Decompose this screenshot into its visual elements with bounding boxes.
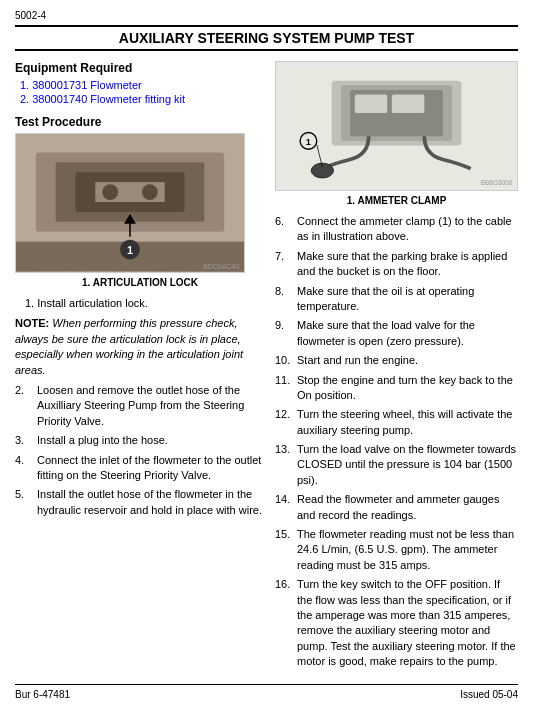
- footer: Bur 6-47481 Issued 05-04: [15, 684, 518, 700]
- step-8: 8. Make sure that the oil is at operatin…: [275, 284, 518, 315]
- page-title: AUXILIARY STEERING SYSTEM PUMP TEST: [15, 25, 518, 51]
- step-2: 2. Loosen and remove the outlet hose of …: [15, 383, 265, 429]
- artic-lock-label: 1. ARTICULATION LOCK: [15, 277, 265, 288]
- svg-rect-17: [355, 95, 387, 114]
- page-number: 5002-4: [15, 10, 518, 21]
- step-11: 11. Stop the engine and turn the key bac…: [275, 373, 518, 404]
- equipment-heading: Equipment Required: [15, 61, 265, 75]
- note-box: NOTE: When performing this pressure chec…: [15, 316, 265, 378]
- right-column: 1 BB8G3000 1. AMMETER CLAMP 6. Connect t…: [275, 61, 518, 674]
- step-1: 1. Install articulation lock.: [15, 296, 265, 311]
- step-3: 3. Install a plug into the hose.: [15, 433, 265, 448]
- step-4: 4. Connect the inlet of the flowmeter to…: [15, 453, 265, 484]
- svg-text:1: 1: [306, 137, 311, 147]
- step-7: 7. Make sure that the parking brake is a…: [275, 249, 518, 280]
- step-6: 6. Connect the ammeter clamp (1) to the …: [275, 214, 518, 245]
- ammeter-diagram-svg: 1 BB8G3000: [276, 62, 517, 191]
- equipment-item-1: 1. 380001731 Flowmeter: [20, 79, 265, 91]
- step-12: 12. Turn the steering wheel, this will a…: [275, 407, 518, 438]
- svg-text:BB8G3000: BB8G3000: [481, 179, 513, 186]
- step-10: 10. Start and run the engine.: [275, 353, 518, 368]
- left-steps: 2. Loosen and remove the outlet hose of …: [15, 383, 265, 518]
- equipment-list: 1. 380001731 Flowmeter 2. 380001740 Flow…: [15, 79, 265, 105]
- equipment-item-2: 2. 380001740 Flowmeter fitting kit: [20, 93, 265, 105]
- step-9: 9. Make sure that the load valve for the…: [275, 318, 518, 349]
- footer-right: Issued 05-04: [460, 689, 518, 700]
- svg-point-5: [102, 184, 118, 200]
- step-16: 16. Turn the key switch to the OFF posit…: [275, 577, 518, 669]
- svg-text:BDC0AC40: BDC0AC40: [203, 263, 239, 270]
- footer-left: Bur 6-47481: [15, 689, 70, 700]
- ammeter-clamp-image: 1 BB8G3000: [275, 61, 518, 191]
- step-15: 15. The flowmeter reading must not be le…: [275, 527, 518, 573]
- ammeter-clamp-label: 1. AMMETER CLAMP: [275, 195, 518, 206]
- procedure-heading: Test Procedure: [15, 115, 265, 129]
- left-column: Equipment Required 1. 380001731 Flowmete…: [15, 61, 265, 674]
- svg-rect-18: [392, 95, 424, 114]
- step-5: 5. Install the outlet hose of the flowme…: [15, 487, 265, 518]
- artic-diagram-svg: 1 BDC0AC40: [16, 133, 244, 272]
- right-steps: 6. Connect the ammeter clamp (1) to the …: [275, 214, 518, 670]
- articulation-lock-image: 1 BDC0AC40: [15, 133, 245, 273]
- step-14: 14. Read the flowmeter and ammeter gauge…: [275, 492, 518, 523]
- svg-point-6: [142, 184, 158, 200]
- note-text: When performing this pressure check, alw…: [15, 317, 243, 375]
- step-13: 13. Turn the load valve on the flowmeter…: [275, 442, 518, 488]
- svg-text:1: 1: [127, 244, 133, 256]
